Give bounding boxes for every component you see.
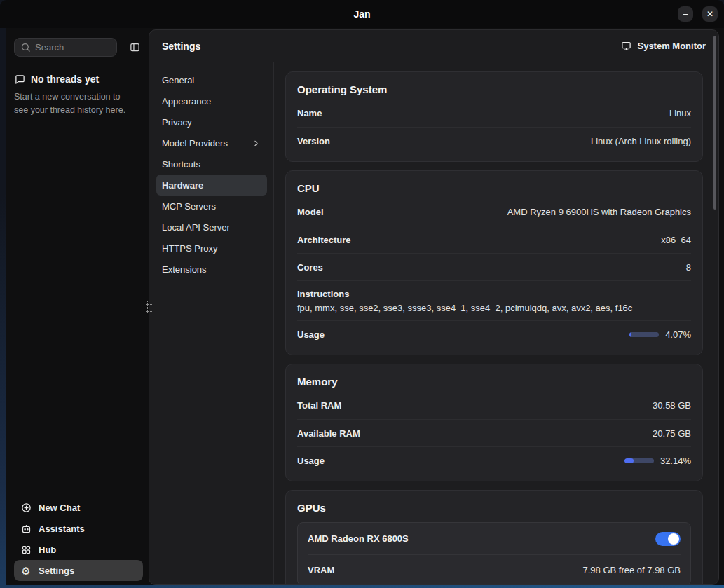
settings-content: Operating SystemNameLinuxVersionLinux (A… <box>274 62 718 584</box>
section-title: GPUs <box>297 499 691 518</box>
settings-nav-hardware[interactable]: Hardware <box>156 175 267 196</box>
settings-panel: Settings System Monitor GeneralAppearanc… <box>149 29 719 585</box>
page-title: Settings <box>162 41 200 52</box>
section-title: Operating System <box>297 81 691 100</box>
sidebar-item-assistants[interactable]: Assistants <box>14 518 143 539</box>
sidebar-top <box>14 37 144 57</box>
row-label: Name <box>297 108 322 118</box>
row-value: 8 <box>686 262 691 273</box>
row-label: Model <box>297 207 324 217</box>
nav-item-label: Privacy <box>162 117 192 128</box>
sidebar: No threads yet Start a new conversation … <box>6 28 149 585</box>
row-value: Linux <box>669 108 691 118</box>
settings-nav-appearance[interactable]: Appearance <box>156 90 267 111</box>
settings-nav-shortcuts[interactable]: Shortcuts <box>156 153 267 175</box>
sidebar-item-hub[interactable]: Hub <box>14 539 143 560</box>
row-label: Usage <box>297 456 325 466</box>
scrollbar[interactable] <box>713 36 716 210</box>
row-label: Architecture <box>297 235 351 245</box>
nav-item-label: Model Providers <box>162 138 228 149</box>
titlebar: Jan – ✕ <box>0 0 724 28</box>
gpu-header-row: AMD Radeon RX 6800S <box>308 523 681 554</box>
row-label: Total RAM <box>297 400 341 411</box>
sidebar-item-label: New Chat <box>39 502 80 513</box>
row-value: 32.14% <box>660 456 691 466</box>
nav-item-label: Extensions <box>162 264 207 275</box>
panel-resize-handle[interactable] <box>145 301 152 314</box>
sidebar-item-settings[interactable]: ⚙Settings <box>14 560 143 581</box>
section-title: CPU <box>297 179 691 198</box>
window-controls: – ✕ <box>678 6 718 22</box>
info-row-available-ram: Available RAM20.75 GB <box>297 419 691 446</box>
search-input[interactable] <box>14 38 117 57</box>
info-row-vram: VRAM7.98 GB free of 7.98 GB <box>308 554 681 584</box>
section-title: Memory <box>297 373 691 392</box>
row-label: Version <box>297 136 330 146</box>
empty-state: No threads yet Start a new conversation … <box>14 74 144 118</box>
minimize-button[interactable]: – <box>678 6 693 22</box>
info-row-total-ram: Total RAM30.58 GB <box>297 392 691 419</box>
info-row-usage: Usage4.07% <box>297 320 691 348</box>
settings-nav-extensions[interactable]: Extensions <box>156 259 267 280</box>
section-operating-system: Operating SystemNameLinuxVersionLinux (A… <box>285 71 703 162</box>
row-value: 30.58 GB <box>653 400 691 411</box>
row-label: Instructions <box>297 289 349 299</box>
chevron-right-icon <box>250 137 261 149</box>
hub-icon <box>20 544 32 555</box>
info-row-architecture: Architecturex86_64 <box>297 226 691 253</box>
nav-item-label: General <box>162 75 194 86</box>
row-value: AMD Ryzen 9 6900HS with Radeon Graphics <box>507 207 691 217</box>
system-monitor-button[interactable]: System Monitor <box>620 41 706 52</box>
row-label: Available RAM <box>297 428 360 439</box>
nav-item-label: Appearance <box>162 96 211 107</box>
system-monitor-label: System Monitor <box>637 41 706 51</box>
settings-nav-local-api-server[interactable]: Local API Server <box>156 217 267 238</box>
nav-item-label: Hardware <box>162 180 203 191</box>
panel-header: Settings System Monitor <box>149 30 718 62</box>
close-button[interactable]: ✕ <box>702 6 718 22</box>
empty-state-description: Start a new conversation to see your thr… <box>14 90 132 118</box>
window-title: Jan <box>353 8 370 20</box>
plus-circle-icon <box>20 502 32 513</box>
gpu-enable-toggle[interactable] <box>655 532 681 546</box>
settings-nav-privacy[interactable]: Privacy <box>156 111 267 132</box>
row-label: Cores <box>297 262 323 273</box>
section-memory: MemoryTotal RAM30.58 GBAvailable RAM20.7… <box>285 364 703 481</box>
row-value: Linux (Arch Linux rolling) <box>591 136 691 146</box>
sidebar-item-label: Hub <box>39 545 56 555</box>
row-value: 4.07% <box>665 329 691 340</box>
settings-nav-https-proxy[interactable]: HTTPS Proxy <box>156 238 267 259</box>
sidebar-item-label: Settings <box>39 566 74 576</box>
usage-progress-bar <box>629 332 659 337</box>
row-value: 7.98 GB free of 7.98 GB <box>583 565 681 575</box>
nav-item-label: Local API Server <box>162 222 230 233</box>
nav-item-label: MCP Servers <box>162 201 216 212</box>
chat-bubble-icon <box>14 74 25 85</box>
monitor-icon <box>620 41 631 52</box>
info-row-model: ModelAMD Ryzen 9 6900HS with Radeon Grap… <box>297 198 691 226</box>
row-value: x86_64 <box>661 235 691 245</box>
toggle-knob <box>668 533 679 545</box>
info-row-name: NameLinux <box>297 100 691 127</box>
search-field[interactable] <box>35 42 111 53</box>
empty-state-title: No threads yet <box>31 74 99 85</box>
sidebar-toggle-button[interactable] <box>125 37 144 57</box>
sidebar-item-new-chat[interactable]: New Chat <box>14 497 143 518</box>
gpu-card: AMD Radeon RX 6800SVRAM7.98 GB free of 7… <box>297 522 691 584</box>
info-row-instructions: Instructionsfpu, mmx, sse, sse2, sse3, s… <box>297 280 691 320</box>
sidebar-footer: New ChatAssistantsHub⚙Settings <box>14 497 144 581</box>
assistants-icon <box>20 523 32 534</box>
panel-body: GeneralAppearancePrivacyModel ProvidersS… <box>149 62 718 584</box>
row-value: 20.75 GB <box>653 428 691 439</box>
nav-item-label: HTTPS Proxy <box>162 243 217 254</box>
settings-nav-mcp-servers[interactable]: MCP Servers <box>156 196 267 217</box>
gear-icon: ⚙ <box>20 565 32 576</box>
settings-nav-general[interactable]: General <box>156 69 267 90</box>
usage-progress-bar <box>624 458 654 463</box>
app-body: No threads yet Start a new conversation … <box>6 28 724 585</box>
gpu-name: AMD Radeon RX 6800S <box>308 533 409 544</box>
section-cpu: CPUModelAMD Ryzen 9 6900HS with Radeon G… <box>285 170 703 355</box>
settings-nav-model-providers[interactable]: Model Providers <box>156 132 267 153</box>
sidebar-item-label: Assistants <box>39 524 85 534</box>
settings-nav: GeneralAppearancePrivacyModel ProvidersS… <box>149 62 274 584</box>
